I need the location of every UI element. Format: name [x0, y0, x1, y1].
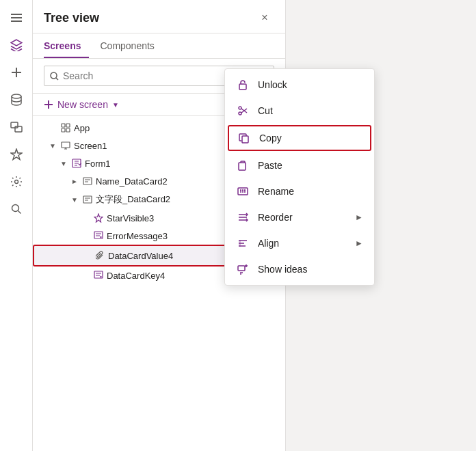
- svg-rect-0: [11, 14, 22, 15]
- svg-rect-12: [44, 104, 53, 105]
- align-icon: [236, 236, 250, 250]
- key-chevron: [82, 272, 90, 279]
- svg-rect-1: [11, 17, 22, 18]
- paste-icon: [236, 159, 250, 172]
- menu-item-unlock[interactable]: Unlock: [225, 72, 374, 98]
- name-datacard-chevron: ►: [71, 178, 79, 185]
- menu-item-copy[interactable]: Copy: [228, 125, 371, 151]
- unlock-label: Unlock: [258, 79, 287, 90]
- panel-header: Tree view ×: [33, 0, 285, 33]
- svg-rect-19: [83, 178, 92, 184]
- plus-icon: [44, 100, 53, 109]
- menu-item-cut[interactable]: Cut: [225, 98, 374, 124]
- new-screen-label: New screen: [57, 99, 108, 110]
- svg-point-5: [12, 94, 21, 98]
- reorder-arrow: ►: [355, 213, 363, 222]
- svg-rect-2: [11, 20, 22, 22]
- reorder-icon: [236, 210, 250, 224]
- form-icon: [71, 158, 82, 169]
- show-ideas-label: Show ideas: [258, 264, 307, 275]
- toolbar-screens-icon[interactable]: [4, 115, 29, 139]
- svg-rect-31: [238, 266, 245, 271]
- menu-item-reorder[interactable]: Reorder ►: [225, 204, 374, 230]
- toolbar-layers-icon[interactable]: [4, 33, 29, 57]
- svg-rect-30: [239, 240, 241, 247]
- ideas-icon: [236, 262, 250, 276]
- svg-rect-14: [66, 124, 70, 127]
- svg-rect-27: [242, 136, 248, 143]
- svg-rect-17: [62, 142, 70, 148]
- toolbar-menu-icon[interactable]: [4, 5, 29, 30]
- screen1-chevron: ▼: [49, 142, 57, 150]
- paste-label: Paste: [258, 160, 282, 171]
- svg-rect-6: [11, 122, 18, 128]
- svg-point-8: [14, 180, 18, 184]
- wenzi-datacard-icon: [82, 194, 93, 205]
- svg-rect-28: [239, 163, 246, 170]
- toolbar-settings-icon[interactable]: [4, 169, 29, 194]
- star-icon: [93, 213, 104, 223]
- copy-label: Copy: [259, 133, 282, 144]
- tree-panel: Tree view × Screens Components New scree…: [33, 0, 286, 451]
- svg-rect-4: [12, 72, 21, 73]
- align-arrow: ►: [355, 238, 363, 248]
- menu-item-rename[interactable]: Rename: [225, 178, 374, 204]
- left-toolbar: [0, 0, 33, 451]
- attachment-icon: [94, 250, 105, 261]
- toolbar-themes-icon[interactable]: [4, 142, 29, 167]
- menu-item-align[interactable]: Align ►: [225, 230, 374, 256]
- svg-marker-21: [94, 214, 103, 222]
- toolbar-search-icon[interactable]: [4, 197, 29, 221]
- svg-rect-20: [83, 196, 92, 203]
- search-icon: [50, 72, 59, 81]
- chevron-placeholder: [49, 124, 57, 132]
- tab-screens[interactable]: Screens: [44, 33, 89, 58]
- rename-label: Rename: [258, 186, 294, 197]
- svg-rect-24: [239, 84, 246, 90]
- menu-item-paste[interactable]: Paste: [225, 152, 374, 178]
- copy-icon: [237, 131, 251, 145]
- form1-chevron: ▼: [60, 160, 68, 167]
- wenzi-chevron: ▼: [71, 196, 79, 204]
- lock-icon: [236, 78, 250, 92]
- svg-point-10: [51, 72, 57, 79]
- edit2-icon: [93, 270, 104, 281]
- toolbar-plus-icon[interactable]: [4, 60, 29, 85]
- svg-point-25: [239, 107, 241, 109]
- tabs: Screens Components: [33, 33, 285, 59]
- svg-rect-13: [62, 124, 65, 127]
- rename-icon: [236, 184, 250, 198]
- edit-icon: [93, 230, 104, 241]
- tab-components[interactable]: Components: [100, 33, 162, 58]
- error-chevron: [82, 232, 90, 240]
- toolbar-database-icon[interactable]: [4, 87, 29, 112]
- context-menu: Unlock Cut Copy: [224, 68, 375, 286]
- menu-item-show-ideas[interactable]: Show ideas: [225, 256, 374, 282]
- svg-rect-7: [15, 126, 22, 132]
- close-button[interactable]: ×: [255, 8, 274, 27]
- star-chevron: [82, 215, 90, 222]
- align-label: Align: [258, 238, 279, 249]
- svg-point-26: [239, 112, 241, 115]
- value-chevron: [83, 252, 92, 260]
- panel-title: Tree view: [44, 11, 99, 25]
- reorder-label: Reorder: [258, 212, 293, 223]
- svg-rect-15: [62, 128, 65, 132]
- scissors-icon: [236, 104, 250, 118]
- cut-label: Cut: [258, 105, 273, 116]
- svg-point-9: [12, 205, 18, 212]
- new-screen-chevron: ▼: [112, 101, 119, 109]
- datacard-icon: [82, 176, 93, 187]
- screen-icon: [60, 140, 71, 151]
- app-icon: [60, 122, 71, 133]
- svg-rect-16: [66, 128, 70, 132]
